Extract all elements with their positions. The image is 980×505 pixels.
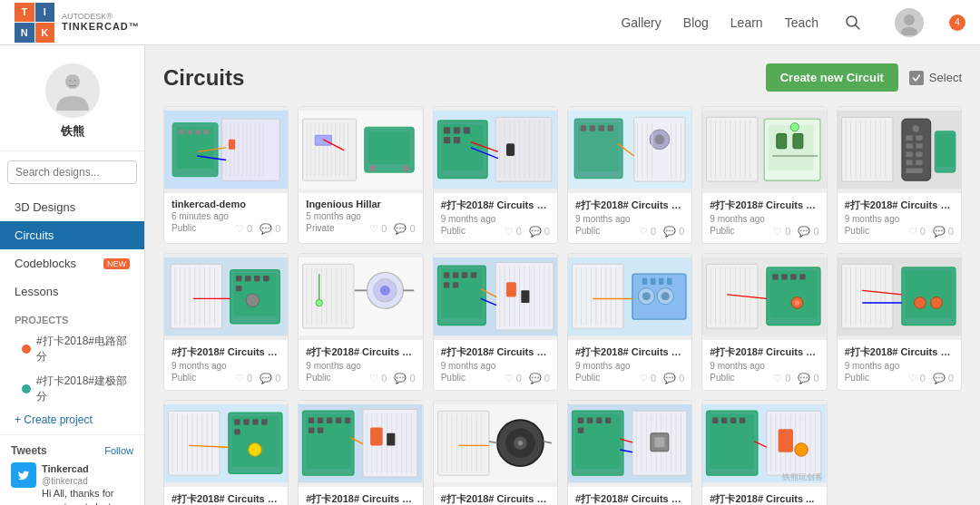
like-icon[interactable]: ♡ 0 — [235, 223, 252, 235]
like-icon[interactable]: ♡ 0 — [505, 226, 522, 238]
nav-blog[interactable]: Blog — [683, 15, 709, 30]
select-checkbox[interactable] — [909, 71, 924, 85]
sidebar-search-area — [7, 160, 137, 184]
card-item[interactable]: #打卡2018# Circuits 16 - 超... 9 months ago… — [567, 253, 692, 391]
select-label: Select — [929, 71, 962, 84]
comment-icon[interactable]: 💬 0 — [260, 373, 280, 384]
svg-rect-120 — [906, 136, 912, 141]
svg-rect-147 — [263, 276, 269, 281]
svg-point-149 — [246, 294, 260, 307]
project-label-2: #打卡2018#建极部分 — [36, 374, 130, 404]
card-info: #打卡2018# Circuits 10 - 说... 9 months ago… — [838, 193, 961, 243]
card-thumbnail — [299, 107, 422, 193]
card-item[interactable]: tinkercad-demo 6 minutes ago Public ♡ 0 … — [163, 106, 289, 244]
comment-icon[interactable]: 💬 0 — [933, 226, 954, 238]
card-name: #打卡2018# Circuits 2 - 给L... — [441, 345, 550, 359]
card-actions: ♡ 0 💬 0 — [369, 373, 415, 384]
sidebar-item-circuits[interactable]: Circuits — [0, 221, 144, 249]
comment-icon[interactable]: 💬 0 — [529, 373, 550, 384]
card-item[interactable]: #打卡2018# Circuits 4 - 呼... 9 months ago … — [567, 106, 692, 244]
card-thumbnail — [838, 107, 961, 193]
sidebar-item-codeblocks[interactable]: Codeblocks NEW — [0, 249, 144, 277]
card-item[interactable]: #打卡2018# Circuits 14 - 红... 9 months ago… — [837, 253, 962, 391]
sidebar-item-3ddesigns[interactable]: 3D Designs — [0, 193, 144, 221]
card-thumbnail — [702, 254, 826, 340]
card-item[interactable]: #打卡2018# Circuits 2 - 给L... 9 months ago… — [433, 253, 558, 391]
tweet-item-1: Tinkercad @tinkercad Hi All, thanks for … — [11, 462, 133, 505]
select-area[interactable]: Select — [909, 71, 962, 85]
svg-rect-334 — [654, 438, 664, 448]
card-privacy: Public — [306, 373, 330, 383]
like-icon[interactable]: ♡ 0 — [369, 223, 387, 235]
card-time: 9 months ago — [710, 361, 818, 371]
like-icon[interactable]: ♡ 0 — [908, 226, 926, 238]
card-item[interactable]: #打卡2018# Circuits 9 - 光... 9 months ago … — [163, 400, 289, 505]
card-info: #打卡2018# Circuits ... 9 months ago Publi… — [702, 487, 826, 505]
card-info: tinkercad-demo 6 minutes ago Public ♡ 0 … — [164, 193, 288, 240]
tweets-follow-button[interactable]: Follow — [104, 445, 133, 456]
nav-teach[interactable]: Teach — [785, 15, 818, 30]
search-input[interactable] — [7, 160, 137, 184]
project-item-1[interactable]: #打卡2018#电路部分 — [0, 329, 144, 369]
comment-icon[interactable]: 💬 0 — [529, 226, 550, 238]
card-name: #打卡2018# Circuits 10 - 说... — [845, 199, 954, 212]
svg-rect-247 — [905, 271, 952, 319]
comment-icon[interactable]: 💬 0 — [663, 226, 684, 238]
card-item[interactable]: Ingenious Hillar 5 months ago Private ♡ … — [298, 106, 423, 244]
comment-icon[interactable]: 💬 0 — [260, 223, 280, 235]
autodesk-label: AUTODESK® — [62, 12, 140, 22]
card-item[interactable]: 铁熊玩创客 #打卡2018# Circuits ... 9 months ago… — [701, 400, 827, 505]
svg-rect-148 — [236, 286, 241, 291]
sidebar-item-lessons[interactable]: Lessons — [0, 277, 144, 306]
search-button[interactable] — [840, 10, 866, 35]
svg-rect-212 — [659, 278, 663, 285]
card-footer: Public ♡ 0 💬 0 — [441, 371, 550, 384]
card-item[interactable]: #打卡2018# Circuits 5 - 按... 9 months ago … — [567, 400, 692, 505]
card-item[interactable]: #打卡2018# Circuits 8 - Ard... 9 months ag… — [433, 106, 558, 244]
like-icon[interactable]: ♡ 0 — [639, 226, 656, 238]
svg-point-46 — [369, 165, 376, 171]
like-icon[interactable]: ♡ 0 — [369, 373, 387, 384]
card-item[interactable]: #打卡2018# Circuits 1 - 点亮... 9 months ago… — [298, 253, 423, 391]
comment-icon[interactable]: 💬 0 — [394, 373, 415, 384]
svg-rect-277 — [327, 418, 332, 423]
logo-n: N — [15, 23, 34, 43]
card-item[interactable]: #打卡2018# Circuits 10 - 说... 9 months ago… — [837, 106, 962, 244]
comment-icon[interactable]: 💬 0 — [933, 373, 954, 384]
card-time: 6 minutes ago — [172, 211, 280, 221]
card-footer: Public ♡ 0 💬 0 — [575, 224, 684, 238]
nav-learn[interactable]: Learn — [730, 15, 763, 30]
card-item[interactable]: #打卡2018# Circuits 15 - 红... 9 months ago… — [701, 253, 827, 391]
card-name: Ingenious Hillar — [306, 199, 415, 209]
svg-point-164 — [380, 286, 390, 296]
comment-icon[interactable]: 💬 0 — [798, 226, 818, 238]
nav-gallery[interactable]: Gallery — [621, 15, 661, 30]
comment-icon[interactable]: 💬 0 — [798, 373, 818, 384]
header-nav: Gallery Blog Learn Teach 4 — [621, 8, 965, 37]
comment-icon[interactable]: 💬 0 — [394, 223, 415, 235]
card-time: 9 months ago — [441, 361, 550, 371]
like-icon[interactable]: ♡ 0 — [639, 373, 656, 384]
like-icon[interactable]: ♡ 0 — [235, 373, 252, 384]
card-footer: Public ♡ 0 💬 0 — [575, 371, 684, 384]
tweet-avatar-1 — [11, 462, 36, 488]
avatar[interactable] — [895, 8, 924, 37]
project-item-2[interactable]: #打卡2018#建极部分 — [0, 369, 144, 409]
like-icon[interactable]: ♡ 0 — [773, 373, 790, 384]
like-icon[interactable]: ♡ 0 — [773, 226, 790, 238]
svg-rect-342 — [730, 418, 736, 423]
create-project-button[interactable]: + Create project — [0, 409, 144, 431]
like-icon[interactable]: ♡ 0 — [505, 373, 522, 384]
svg-rect-173 — [453, 273, 458, 278]
card-item[interactable]: #打卡2018# Circuits 6 - 蜂... 9 months ago … — [433, 400, 558, 505]
notification-badge[interactable]: 4 — [949, 15, 965, 31]
card-item[interactable]: #打卡2018# Circuits 7 - Ard... 9 months ag… — [298, 400, 423, 505]
card-privacy: Public — [710, 373, 734, 383]
like-icon[interactable]: ♡ 0 — [908, 373, 926, 384]
card-item[interactable]: #打卡2018# Circuits 13 - 磁... 9 months ago… — [163, 253, 289, 391]
create-circuit-button[interactable]: Create new Circuit — [766, 63, 898, 92]
sidebar-avatar[interactable] — [45, 63, 100, 118]
comment-icon[interactable]: 💬 0 — [663, 373, 684, 384]
card-info: #打卡2018# Circuits 14 - 红... 9 months ago… — [838, 340, 961, 390]
card-item[interactable]: #打卡2018# Circuits 11 - 人... 9 months ago… — [701, 106, 827, 244]
